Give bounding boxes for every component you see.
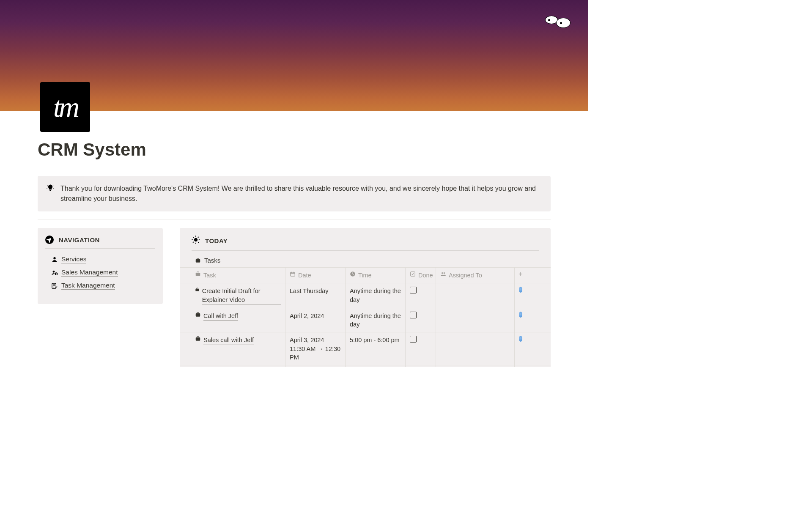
clock-icon	[350, 271, 356, 277]
welcome-callout: Thank you for downloading TwoMore's CRM …	[38, 176, 551, 211]
nav-label: Services	[61, 255, 86, 263]
task-title[interactable]: Sales call with Jeff	[203, 336, 254, 345]
row-indicator-cell	[515, 332, 527, 365]
page-logo: tm	[40, 82, 90, 132]
col-task[interactable]: Task	[180, 268, 285, 283]
date-cell[interactable]: Last Thursday	[285, 283, 346, 308]
table-row[interactable]: Sales call with JeffApril 3, 2024 11:30 …	[180, 332, 551, 365]
svg-line-12	[193, 242, 194, 242]
time-cell[interactable]: 5:00 pm - 6:00 pm	[346, 332, 406, 365]
svg-text:$: $	[56, 273, 57, 275]
row-indicator-cell	[515, 283, 527, 308]
time-cell[interactable]: 6:00 pm - 5:00 pm	[346, 365, 406, 367]
task-cell[interactable]: Onboarding call with Mark	[180, 365, 285, 367]
tasks-tab[interactable]: Tasks	[180, 257, 551, 264]
today-section: TODAY Tasks Task Date Time	[180, 228, 551, 367]
compass-icon	[45, 236, 54, 244]
svg-line-13	[198, 237, 198, 238]
row-indicator-cell	[515, 308, 527, 332]
checklist-icon	[51, 282, 58, 289]
briefcase-icon	[195, 258, 201, 263]
assigned-cell[interactable]	[436, 365, 515, 367]
status-dot-blue	[519, 336, 522, 342]
page-title[interactable]: CRM System	[38, 140, 588, 160]
time-cell[interactable]: Anytime during the day	[346, 308, 406, 332]
svg-line-8	[193, 237, 194, 238]
time-cell[interactable]: Anytime during the day	[346, 283, 406, 308]
svg-point-5	[194, 238, 198, 241]
checkbox-icon	[410, 271, 416, 277]
nav-item-tasks[interactable]: Task Management	[45, 279, 155, 292]
svg-point-0	[53, 257, 55, 259]
nav-item-services[interactable]: Services	[45, 253, 155, 266]
svg-rect-28	[196, 338, 200, 341]
svg-rect-27	[196, 313, 200, 317]
assigned-cell[interactable]	[436, 283, 515, 308]
col-assigned[interactable]: Assigned To	[436, 268, 515, 283]
done-cell[interactable]	[406, 365, 436, 367]
assigned-cell[interactable]	[436, 332, 515, 365]
table-header-row: Task Date Time Done Assigned To	[180, 267, 551, 283]
add-column-button[interactable]	[515, 268, 527, 283]
col-done[interactable]: Done	[406, 268, 436, 283]
divider	[38, 219, 551, 219]
table-row[interactable]: Onboarding call with MarkApril 10, 2024 …	[180, 365, 551, 367]
people-dollar-icon: $	[51, 269, 58, 276]
eye-icon	[556, 18, 571, 28]
task-cell[interactable]: Sales call with Jeff	[180, 332, 285, 365]
plus-sparkle-icon	[518, 271, 524, 277]
nav-item-sales[interactable]: $ Sales Management	[45, 266, 155, 279]
cover-eyes-decoration	[545, 12, 571, 28]
col-date[interactable]: Date	[285, 268, 346, 283]
tasks-table: Task Date Time Done Assigned To	[180, 267, 551, 367]
done-cell[interactable]	[406, 308, 436, 332]
date-cell[interactable]: April 3, 2024 11:30 AM → 12:30 PM	[285, 332, 346, 365]
svg-line-9	[198, 242, 198, 242]
person-tie-icon	[51, 256, 58, 263]
date-cell[interactable]: April 10, 2024 12:30 PM → Last	[285, 365, 346, 367]
people-icon	[440, 271, 446, 277]
lightbulb-icon	[46, 184, 55, 195]
briefcase-icon	[195, 271, 201, 277]
svg-rect-16	[291, 272, 295, 276]
table-row[interactable]: Call with JeffApril 2, 2024Anytime durin…	[180, 308, 551, 332]
col-time[interactable]: Time	[346, 268, 406, 283]
done-checkbox[interactable]	[410, 312, 417, 318]
done-cell[interactable]	[406, 332, 436, 365]
svg-point-1	[53, 271, 55, 273]
navigation-title: NAVIGATION	[59, 236, 100, 244]
nav-label: Task Management	[61, 282, 115, 290]
done-checkbox[interactable]	[410, 287, 417, 293]
briefcase-icon	[195, 336, 201, 342]
nav-label: Sales Management	[61, 269, 118, 277]
table-row[interactable]: Create Initial Draft for Explainer Video…	[180, 283, 551, 308]
sun-icon	[192, 236, 200, 246]
briefcase-icon	[195, 312, 201, 318]
today-title: TODAY	[205, 237, 228, 244]
task-cell[interactable]: Create Initial Draft for Explainer Video	[180, 283, 285, 308]
status-dot-blue	[519, 287, 522, 293]
navigation-sidebar: NAVIGATION Services $ Sales Management T…	[38, 228, 163, 304]
svg-rect-14	[196, 259, 200, 263]
svg-rect-15	[196, 273, 200, 276]
assigned-cell[interactable]	[436, 308, 515, 332]
tasks-tab-label: Tasks	[204, 257, 220, 264]
svg-rect-26	[195, 289, 199, 291]
done-cell[interactable]	[406, 283, 436, 308]
svg-rect-21	[411, 272, 415, 277]
task-cell[interactable]: Call with Jeff	[180, 308, 285, 332]
task-title[interactable]: Create Initial Draft for Explainer Video	[202, 287, 281, 304]
task-title[interactable]: Call with Jeff	[203, 312, 238, 321]
status-dot-blue	[519, 312, 522, 318]
briefcase-icon	[195, 287, 200, 293]
row-indicator-cell	[515, 365, 527, 367]
done-checkbox[interactable]	[410, 336, 417, 343]
callout-text: Thank you for downloading TwoMore's CRM …	[60, 184, 542, 204]
calendar-icon	[290, 271, 296, 277]
svg-point-22	[442, 272, 443, 274]
date-cell[interactable]: April 2, 2024	[285, 308, 346, 332]
svg-point-23	[444, 272, 445, 274]
